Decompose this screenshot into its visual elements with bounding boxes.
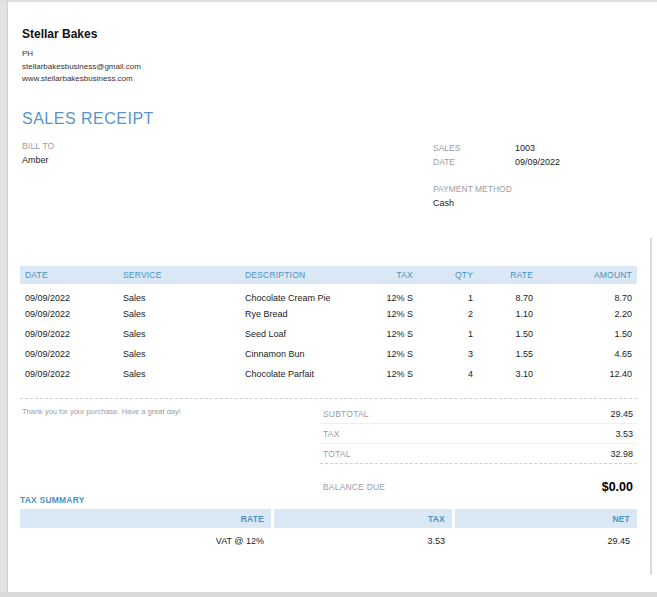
cell-rate: 1.55	[478, 344, 538, 364]
balance-due-row: BALANCE DUE $0.00	[320, 474, 637, 500]
line-items-header: DATE SERVICE DESCRIPTION TAX QTY RATE AM…	[20, 266, 637, 284]
bill-to-name: Amber	[22, 155, 54, 165]
cell-rate: 1.10	[478, 304, 538, 324]
cell-tax: 12% S	[370, 304, 418, 324]
cell-service: Sales	[118, 304, 240, 324]
payment-method-section: PAYMENT METHOD Cash	[433, 184, 637, 210]
cell-qty: 4	[418, 364, 478, 384]
tax-summary-col-net: NET	[455, 509, 637, 528]
viewport-left-gutter	[0, 0, 8, 597]
cell-service: Sales	[118, 324, 240, 344]
page-title: SALES RECEIPT	[22, 110, 154, 128]
tax-summary-tax-value: 3.53	[274, 536, 452, 546]
cell-amount: 4.65	[538, 344, 637, 364]
cell-tax: 12% S	[370, 364, 418, 384]
viewport-bottom-edge	[0, 592, 657, 597]
col-header-qty: QTY	[418, 266, 478, 284]
company-website: www.stellarbakesbusiness.com	[22, 73, 141, 86]
tax-summary-title: TAX SUMMARY	[20, 495, 85, 505]
table-row: 09/09/2022 Sales Seed Loaf 12% S 1 1.50 …	[20, 324, 637, 344]
sales-number-label: SALES	[433, 141, 515, 155]
cell-qty: 1	[418, 284, 478, 304]
cell-date: 09/09/2022	[20, 344, 118, 364]
cell-amount: 8.70	[538, 284, 637, 304]
cell-description: Rye Bread	[240, 304, 370, 324]
viewport-top-edge	[0, 0, 657, 2]
total-label: TOTAL	[323, 449, 351, 459]
total-row: TOTAL 32.98	[320, 444, 637, 464]
col-header-amount: AMOUNT	[538, 266, 637, 284]
meta-row-date: DATE 09/09/2022	[433, 155, 637, 169]
cell-date: 09/09/2022	[20, 324, 118, 344]
subtotal-value: 29.45	[610, 409, 633, 419]
company-name: Stellar Bakes	[22, 27, 141, 41]
tax-summary-col-rate: RATE	[20, 509, 271, 528]
col-header-description: DESCRIPTION	[240, 266, 370, 284]
total-value: 32.98	[610, 449, 633, 459]
cell-tax: 12% S	[370, 324, 418, 344]
col-header-tax: TAX	[370, 266, 418, 284]
date-label: DATE	[433, 155, 515, 169]
col-header-rate: RATE	[478, 266, 538, 284]
subtotal-label: SUBTOTAL	[323, 409, 369, 419]
bill-to-label: BILL TO	[22, 141, 54, 151]
cell-description: Cinnamon Bun	[240, 344, 370, 364]
balance-due-label: BALANCE DUE	[323, 482, 385, 492]
cell-qty: 1	[418, 324, 478, 344]
receipt-preview: Stellar Bakes PH stellarbakesbusiness@gm…	[0, 0, 657, 597]
subtotal-row: SUBTOTAL 29.45	[320, 404, 637, 424]
col-header-service: SERVICE	[118, 266, 240, 284]
totals-section: SUBTOTAL 29.45 TAX 3.53 TOTAL 32.98	[320, 404, 637, 464]
tax-summary-row: VAT @ 12% 3.53 29.45	[20, 530, 637, 552]
cell-qty: 2	[418, 304, 478, 324]
tax-value: 3.53	[615, 429, 633, 439]
table-row: 09/09/2022 Sales Cinnamon Bun 12% S 3 1.…	[20, 344, 637, 364]
cell-service: Sales	[118, 364, 240, 384]
meta-row-sales: SALES 1003	[433, 141, 637, 155]
cell-date: 09/09/2022	[20, 284, 118, 304]
line-items-table: DATE SERVICE DESCRIPTION TAX QTY RATE AM…	[20, 266, 637, 384]
company-header: Stellar Bakes PH stellarbakesbusiness@gm…	[22, 27, 141, 86]
cell-date: 09/09/2022	[20, 364, 118, 384]
cell-date: 09/09/2022	[20, 304, 118, 324]
col-header-date: DATE	[20, 266, 118, 284]
tax-summary-rate-value: VAT @ 12%	[20, 536, 271, 546]
cell-rate: 1.50	[478, 324, 538, 344]
tax-row: TAX 3.53	[320, 424, 637, 444]
cell-service: Sales	[118, 284, 240, 304]
tax-summary-col-tax: TAX	[274, 509, 452, 528]
company-country: PH	[22, 48, 141, 61]
cell-tax: 12% S	[370, 344, 418, 364]
table-row: 09/09/2022 Sales Chocolate Cream Pie 12%…	[20, 284, 637, 304]
thank-you-message: Thank you for your purchase. Have a grea…	[22, 407, 181, 416]
cell-description: Seed Loaf	[240, 324, 370, 344]
company-email: stellarbakesbusiness@gmail.com	[22, 61, 141, 74]
cell-rate: 8.70	[478, 284, 538, 304]
table-row: 09/09/2022 Sales Rye Bread 12% S 2 1.10 …	[20, 304, 637, 324]
tax-label: TAX	[323, 429, 340, 439]
cell-qty: 3	[418, 344, 478, 364]
cell-tax: 12% S	[370, 284, 418, 304]
tax-summary-header: RATE TAX NET	[20, 509, 637, 528]
cell-amount: 1.50	[538, 324, 637, 344]
bill-to-section: BILL TO Amber	[22, 141, 54, 165]
cell-description: Chocolate Parfait	[240, 364, 370, 384]
tax-summary-net-value: 29.45	[455, 536, 637, 546]
sales-number-value: 1003	[515, 141, 535, 155]
cell-rate: 3.10	[478, 364, 538, 384]
balance-due-value: $0.00	[602, 480, 633, 494]
date-value: 09/09/2022	[515, 155, 560, 169]
cell-description: Chocolate Cream Pie	[240, 284, 370, 304]
cell-amount: 12.40	[538, 364, 637, 384]
payment-method-label: PAYMENT METHOD	[433, 184, 515, 194]
cell-amount: 2.20	[538, 304, 637, 324]
receipt-meta: SALES 1003 DATE 09/09/2022 PAYMENT METHO…	[433, 141, 637, 210]
table-row: 09/09/2022 Sales Chocolate Parfait 12% S…	[20, 364, 637, 384]
payment-method-value: Cash	[433, 197, 637, 210]
cell-service: Sales	[118, 344, 240, 364]
scrollbar-track[interactable]	[650, 238, 652, 575]
items-footer-divider	[20, 398, 637, 399]
